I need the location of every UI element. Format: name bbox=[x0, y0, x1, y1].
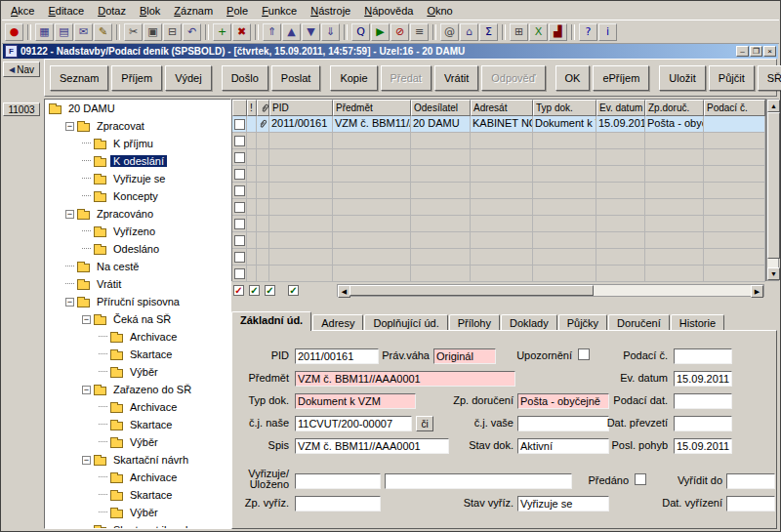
tab-zakladni-ud[interactable]: Základní úd. bbox=[231, 311, 311, 331]
tree-item-vyber[interactable]: Výběr bbox=[45, 363, 230, 381]
selection-check-2[interactable]: ✓ bbox=[249, 285, 260, 296]
table-row[interactable]: 2011/00161VZM č. BBM11//AAA000120 DAMUKA… bbox=[232, 116, 765, 133]
upozorneni-checkbox[interactable] bbox=[578, 348, 590, 360]
eprijem-button[interactable]: ePříjem bbox=[593, 65, 649, 91]
tree-item-skartace[interactable]: Skartace bbox=[45, 486, 230, 504]
tab-doplnujici-ud[interactable]: Doplňující úd. bbox=[364, 314, 447, 331]
table-row[interactable] bbox=[232, 249, 765, 266]
collapse-icon[interactable]: − bbox=[82, 386, 91, 394]
column-header-zp-doruc[interactable]: Zp.doruč. bbox=[645, 100, 704, 116]
tree-item-ceka-na-sr[interactable]: −Čeká na SŘ bbox=[45, 310, 230, 328]
predmet-field[interactable] bbox=[295, 371, 515, 387]
column-header-warning[interactable]: ! bbox=[247, 100, 257, 116]
next-record-button[interactable]: ▼ bbox=[302, 23, 320, 41]
row-select-checkbox[interactable] bbox=[234, 219, 245, 229]
tree-item-na-ceste[interactable]: Na cestě bbox=[45, 258, 230, 275]
seznam-button[interactable]: Seznam bbox=[50, 65, 108, 91]
tree-item-k-prijmu[interactable]: K příjmu bbox=[45, 135, 230, 152]
cut-button[interactable]: ✂ bbox=[124, 23, 143, 41]
execute-query-button[interactable]: ▶ bbox=[371, 23, 390, 41]
dat-vyrizeni-field[interactable] bbox=[726, 496, 775, 512]
table-row[interactable] bbox=[232, 133, 765, 149]
collapse-icon[interactable]: − bbox=[65, 210, 74, 219]
ulozeno-field[interactable] bbox=[385, 473, 572, 489]
collapse-icon[interactable]: − bbox=[65, 122, 74, 131]
row-select-checkbox[interactable] bbox=[234, 136, 245, 146]
tree-item-zpracovano[interactable]: −Zpracováno bbox=[45, 205, 230, 223]
row-select-checkbox[interactable] bbox=[234, 152, 245, 163]
tree-item-koncepty[interactable]: Koncepty bbox=[45, 187, 230, 205]
column-header-ev-datum[interactable]: Ev. datum bbox=[596, 100, 645, 116]
stav-vyriz-field[interactable] bbox=[517, 496, 609, 512]
sr-button[interactable]: SŘ bbox=[758, 65, 781, 91]
kopie-button[interactable]: Kopie bbox=[330, 65, 377, 91]
about-button[interactable]: i bbox=[598, 23, 617, 41]
tree-item-skartace[interactable]: Skartace bbox=[45, 416, 230, 433]
vyridit-do-field[interactable] bbox=[726, 473, 775, 489]
tree-item-archivace[interactable]: Archivace bbox=[45, 328, 230, 346]
minimize-button[interactable]: – bbox=[736, 46, 749, 57]
vertical-scrollbar-thumb[interactable] bbox=[767, 112, 780, 259]
vydej-button[interactable]: Výdej bbox=[165, 65, 212, 91]
tab-historie[interactable]: Historie bbox=[671, 314, 724, 331]
row-select-checkbox[interactable] bbox=[234, 185, 245, 196]
help-button[interactable]: ? bbox=[579, 23, 597, 41]
menu-zaznam[interactable]: Záznam bbox=[167, 3, 220, 19]
menu-funkce[interactable]: Funkce bbox=[255, 3, 304, 19]
delete-record-button[interactable]: ✖ bbox=[232, 23, 251, 41]
copy-button[interactable]: ▣ bbox=[144, 23, 162, 41]
tree-item-k-odeslani[interactable]: K odeslání bbox=[45, 152, 230, 170]
enter-query-button[interactable]: Q bbox=[351, 23, 370, 41]
save-button[interactable]: ▦ bbox=[35, 23, 54, 41]
chart-button[interactable]: ▟ bbox=[549, 23, 567, 41]
tab-doruceni[interactable]: Doručení bbox=[608, 314, 670, 331]
scroll-up-icon[interactable]: ▲ bbox=[767, 100, 780, 112]
list-of-values-button[interactable]: ≡ bbox=[410, 23, 429, 41]
attachments-button[interactable]: @ bbox=[440, 23, 459, 41]
mdi-titlebar[interactable]: F 09122 - Nadstavby/Podací deník (SPSBOL… bbox=[3, 44, 778, 59]
sum-button[interactable]: Σ bbox=[479, 23, 498, 41]
prijem-button[interactable]: Příjem bbox=[111, 65, 162, 91]
dat-prevzeti-field[interactable] bbox=[674, 416, 732, 431]
paste-button[interactable]: ⊟ bbox=[163, 23, 182, 41]
tree-item-vratit[interactable]: Vrátit bbox=[45, 275, 230, 293]
menu-dotaz[interactable]: Dotaz bbox=[91, 3, 133, 19]
excel-export-button[interactable]: X bbox=[529, 23, 548, 41]
column-header-adresat[interactable]: Adresát bbox=[471, 100, 533, 116]
column-header-odesilatel[interactable]: Odesílatel bbox=[411, 100, 471, 116]
column-header-podaci-c[interactable]: Podací č. bbox=[704, 100, 765, 116]
scroll-right-icon[interactable]: ▶ bbox=[751, 285, 763, 298]
predat-button[interactable]: Předat bbox=[381, 65, 432, 91]
column-header-select[interactable] bbox=[232, 100, 247, 116]
tree-item-skartacni-navrh[interactable]: −Skartační návrh bbox=[45, 451, 230, 469]
table-row[interactable] bbox=[232, 166, 765, 183]
tree-item-vyrizeno[interactable]: Vyřízeno bbox=[45, 223, 230, 240]
next-block-button[interactable]: ⇓ bbox=[321, 23, 340, 41]
navigator-button[interactable]: ⌂ bbox=[460, 23, 478, 41]
undo-button[interactable]: ↶ bbox=[183, 23, 201, 41]
odpoved-button[interactable]: Odpověď bbox=[481, 65, 545, 91]
tree-item-zarazeno-do-sr[interactable]: −Zařazeno do SŘ bbox=[45, 381, 230, 398]
restore-button[interactable]: ❐ bbox=[750, 46, 762, 57]
tree-item-skartovat-ihned[interactable]: Skartovat ihned bbox=[45, 521, 230, 529]
collapse-icon[interactable]: − bbox=[82, 315, 91, 324]
ulozit-button[interactable]: Uložit bbox=[659, 65, 706, 91]
menu-pole[interactable]: Pole bbox=[220, 3, 255, 19]
posl-pohyb-field[interactable] bbox=[674, 438, 732, 454]
zp-vyriz-field[interactable] bbox=[295, 496, 381, 512]
nav-toggle-button[interactable]: ◀ Nav bbox=[3, 61, 40, 77]
tree-item-zpracovat[interactable]: −Zpracovat bbox=[45, 117, 230, 135]
exit-button[interactable]: ● bbox=[5, 23, 23, 41]
insert-record-button[interactable]: + bbox=[213, 23, 231, 41]
cj-nase-field[interactable] bbox=[295, 416, 412, 431]
editor-button[interactable]: ✎ bbox=[94, 23, 112, 41]
tab-adresy[interactable]: Adresy bbox=[312, 314, 363, 331]
prav-vaha-field[interactable] bbox=[433, 348, 496, 364]
table-row[interactable] bbox=[232, 199, 765, 216]
table-row[interactable] bbox=[232, 216, 765, 232]
menu-nastroje[interactable]: Nástroje bbox=[304, 3, 357, 19]
selection-check-4[interactable]: ✓ bbox=[288, 285, 299, 296]
menu-okno[interactable]: Okno bbox=[420, 3, 459, 19]
tree-item-archivace[interactable]: Archivace bbox=[45, 469, 230, 486]
row-select-checkbox[interactable] bbox=[234, 268, 245, 279]
